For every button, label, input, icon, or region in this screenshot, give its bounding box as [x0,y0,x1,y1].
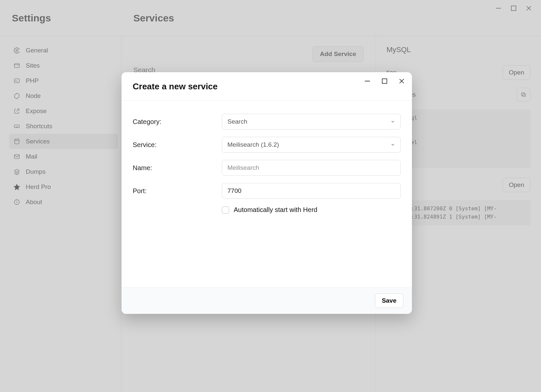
chevron-down-icon [390,142,395,147]
modal-footer: Save [121,287,412,314]
port-input-value: 7700 [227,187,241,195]
service-label: Service: [133,141,222,149]
modal-body: Category: Search Service: Meilisearch (1… [121,101,412,287]
modal-header: Create a new service [121,72,412,101]
modal-close-icon[interactable] [399,78,405,84]
chevron-down-icon [390,119,395,124]
name-input[interactable]: Meilisearch [222,160,401,176]
category-label: Category: [133,118,222,126]
modal-title: Create a new service [133,81,401,92]
service-select[interactable]: Meilisearch (1.6.2) [222,137,401,153]
category-select[interactable]: Search [222,114,401,130]
autostart-label: Automatically start with Herd [234,206,317,214]
create-service-modal: Create a new service Category: Search [121,72,412,314]
category-select-value: Search [227,118,247,125]
modal-minimize-icon[interactable] [364,78,370,84]
port-label: Port: [133,187,222,195]
autostart-checkbox[interactable] [222,206,229,214]
service-select-value: Meilisearch (1.6.2) [227,141,279,148]
port-input[interactable]: 7700 [222,183,401,199]
modal-window-controls [364,78,405,84]
save-button[interactable]: Save [375,293,403,308]
name-label: Name: [133,164,222,172]
modal-maximize-icon[interactable] [382,78,388,84]
svg-rect-22 [382,79,387,83]
name-input-placeholder: Meilisearch [227,164,259,171]
autostart-row[interactable]: Automatically start with Herd [133,206,401,214]
